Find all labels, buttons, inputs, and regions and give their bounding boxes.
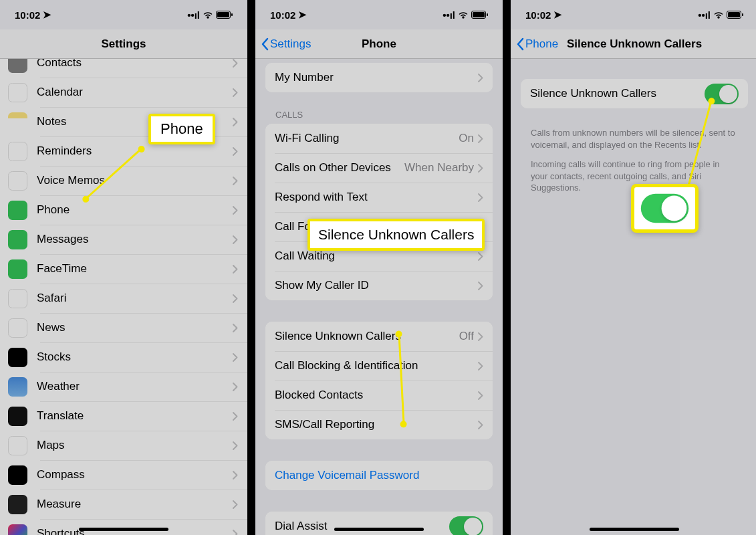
status-time: 10:02	[525, 9, 551, 21]
signal-icon: ••ıl	[698, 9, 711, 21]
row-label: Blocked Contacts	[275, 389, 478, 402]
svg-rect-7	[728, 12, 740, 17]
row-label: Stocks	[37, 350, 233, 364]
row-label: Safari	[37, 292, 233, 305]
settings-row-news[interactable]: News	[0, 313, 247, 342]
row-sms-call-reporting[interactable]: SMS/Call Reporting	[265, 410, 493, 439]
settings-row-reminders[interactable]: Reminders	[0, 136, 247, 166]
nav-bar: Settings	[0, 29, 247, 59]
chevron-right-icon	[478, 134, 483, 143]
group-my-number: My Number	[265, 63, 493, 92]
chevron-right-icon	[233, 383, 238, 391]
row-label: Messages	[37, 233, 233, 246]
row-label: Call Blocking & Identification	[275, 359, 478, 372]
chevron-right-icon	[233, 324, 238, 332]
status-bar: 10:02➤ ••ıl	[0, 0, 247, 29]
chevron-right-icon	[478, 421, 483, 429]
settings-app-list: ContactsCalendarNotesRemindersVoice Memo…	[0, 59, 247, 535]
chevron-right-icon	[233, 147, 238, 156]
row-detail: When Nearby	[404, 161, 474, 175]
app-icon	[8, 318, 27, 338]
row-call-waiting[interactable]: Call Waiting	[265, 241, 493, 271]
wifi-icon	[458, 9, 469, 21]
settings-row-voice-memos[interactable]: Voice Memos	[0, 166, 247, 195]
svg-rect-8	[742, 13, 743, 16]
settings-row-contacts[interactable]: Contacts	[0, 59, 247, 78]
app-icon	[8, 142, 27, 161]
screen-phone-settings: 10:02➤ ••ıl Settings Phone My Number CAL…	[255, 0, 503, 535]
group-calls: Wi-Fi CallingOnCalls on Other DevicesWhe…	[265, 124, 493, 300]
settings-row-phone[interactable]: Phone	[0, 195, 247, 225]
settings-row-messages[interactable]: Messages	[0, 225, 247, 254]
chevron-right-icon	[233, 530, 238, 536]
row-label: Silence Unknown Callers	[530, 87, 705, 100]
row-label: My Number	[275, 71, 478, 84]
row-label: FaceTime	[37, 262, 233, 276]
app-icon	[8, 348, 27, 367]
chevron-right-icon	[233, 500, 238, 509]
row-wi-fi-calling[interactable]: Wi-Fi CallingOn	[265, 124, 493, 153]
wifi-icon	[713, 9, 724, 21]
app-icon	[8, 407, 27, 426]
row-label: Measure	[37, 498, 233, 511]
row-show-my-caller-id[interactable]: Show My Caller ID	[265, 271, 493, 300]
chevron-right-icon	[233, 471, 238, 479]
row-respond-with-text[interactable]: Respond with Text	[265, 183, 493, 212]
settings-row-measure[interactable]: Measure	[0, 490, 247, 519]
settings-row-facetime[interactable]: FaceTime	[0, 254, 247, 284]
group-silence-toggle: Silence Unknown Callers	[521, 79, 748, 108]
row-calls-on-other-devices[interactable]: Calls on Other DevicesWhen Nearby	[265, 153, 493, 183]
row-blocked-contacts[interactable]: Blocked Contacts	[265, 381, 493, 410]
row-label: Change Voicemail Password	[275, 469, 483, 482]
row-dial-assist[interactable]: Dial Assist	[265, 512, 493, 535]
back-label: Phone	[525, 37, 558, 51]
back-button[interactable]: Settings	[255, 37, 311, 51]
chevron-right-icon	[478, 282, 483, 290]
chevron-right-icon	[478, 332, 483, 341]
row-label: Calls on Other Devices	[275, 161, 404, 175]
settings-row-translate[interactable]: Translate	[0, 401, 247, 431]
chevron-right-icon	[233, 59, 238, 68]
settings-row-compass[interactable]: Compass	[0, 460, 247, 490]
svg-rect-4	[473, 12, 485, 17]
row-label: Contacts	[37, 59, 233, 70]
settings-row-shortcuts[interactable]: Shortcuts	[0, 519, 247, 535]
row-call-blocking-identification[interactable]: Call Blocking & Identification	[265, 351, 493, 381]
app-icon	[8, 201, 27, 220]
row-silence-unknown[interactable]: Silence Unknown Callers	[521, 79, 748, 108]
row-change-voicemail-password[interactable]: Change Voicemail Password	[265, 461, 493, 490]
settings-row-maps[interactable]: Maps	[0, 431, 247, 460]
settings-row-calendar[interactable]: Calendar	[0, 78, 247, 107]
back-button[interactable]: Phone	[511, 37, 558, 51]
settings-row-stocks[interactable]: Stocks	[0, 342, 247, 372]
signal-icon: ••ıl	[187, 9, 200, 21]
app-icon	[8, 171, 27, 191]
toggle[interactable]	[449, 516, 483, 536]
settings-row-weather[interactable]: Weather	[0, 372, 247, 401]
location-icon: ➤	[43, 9, 51, 21]
app-icon	[8, 436, 27, 455]
row-label: Silence Unknown Callers	[275, 330, 459, 343]
app-icon	[8, 59, 27, 73]
row-call-forwarding[interactable]: Call Forwarding	[265, 212, 493, 241]
footer-text-1: Calls from unknown numbers will be silen…	[511, 122, 756, 156]
home-indicator	[590, 528, 679, 531]
row-label: Calendar	[37, 86, 233, 99]
chevron-right-icon	[233, 235, 238, 244]
row-detail: On	[459, 132, 474, 145]
home-indicator	[79, 528, 168, 531]
chevron-right-icon	[233, 118, 238, 126]
row-my-number[interactable]: My Number	[265, 63, 493, 92]
row-label: Dial Assist	[275, 520, 449, 533]
nav-bar: Phone Silence Unknown Callers	[511, 29, 756, 59]
settings-row-safari[interactable]: Safari	[0, 284, 247, 313]
settings-row-notes[interactable]: Notes	[0, 107, 247, 136]
row-label: SMS/Call Reporting	[275, 418, 478, 431]
chevron-right-icon	[478, 164, 483, 173]
row-label: Respond with Text	[275, 191, 478, 204]
row-silence-unknown-callers[interactable]: Silence Unknown CallersOff	[265, 322, 493, 351]
app-icon	[8, 259, 27, 279]
chevron-right-icon	[233, 265, 238, 274]
row-label: Wi-Fi Calling	[275, 132, 459, 145]
silence-toggle[interactable]	[705, 84, 739, 104]
